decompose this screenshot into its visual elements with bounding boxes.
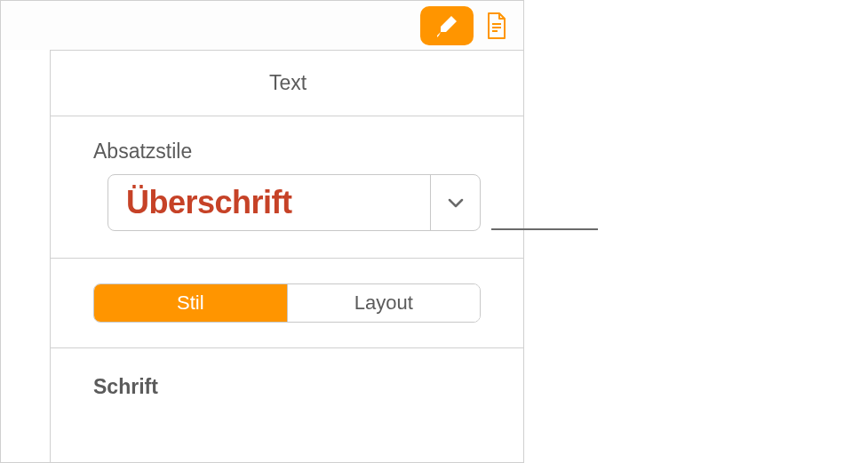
text-tab[interactable]: Text <box>51 50 524 116</box>
format-inspector-panel: Text Absatzstile Überschrift Stil Layout <box>0 0 524 463</box>
paragraph-style-dropdown[interactable]: Überschrift <box>108 174 481 231</box>
paragraph-styles-section: Absatzstile Überschrift <box>51 116 524 231</box>
current-style-name: Überschrift <box>108 184 430 221</box>
style-layout-tabs: Stil Layout <box>93 283 481 323</box>
toolbar <box>1 1 523 50</box>
inspector-content: Text Absatzstile Überschrift Stil Layout <box>51 50 524 399</box>
paragraph-styles-label: Absatzstile <box>93 140 482 164</box>
text-tab-label: Text <box>269 71 307 95</box>
tab-layout[interactable]: Layout <box>288 284 481 322</box>
document-icon <box>485 12 508 40</box>
left-gutter <box>1 50 51 463</box>
tab-stil[interactable]: Stil <box>94 284 288 322</box>
paintbrush-icon <box>434 13 459 38</box>
chevron-down-icon <box>448 197 464 208</box>
font-section-label: Schrift <box>51 348 524 399</box>
format-button[interactable] <box>420 6 474 45</box>
document-button[interactable] <box>481 6 513 45</box>
section-divider <box>51 258 524 259</box>
dropdown-toggle[interactable] <box>430 175 480 230</box>
tab-stil-label: Stil <box>177 291 204 315</box>
tab-layout-label: Layout <box>354 291 413 315</box>
